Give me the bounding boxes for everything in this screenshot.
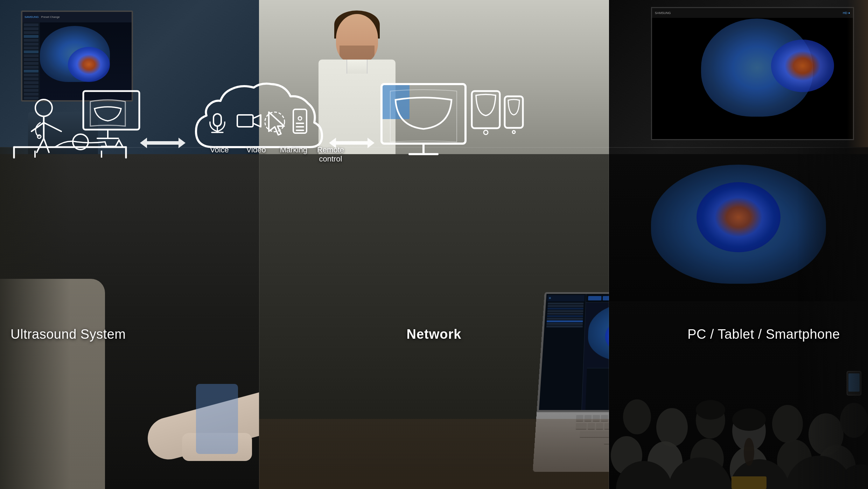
main-scene: SAMSUNG Preset Change [0,0,868,489]
divider-horizontal [0,147,868,148]
table-surface [259,419,609,489]
divider-vertical-right [608,0,609,489]
svg-point-18 [696,400,725,420]
bg-right-top: SAMSUNG HD ● [609,0,868,154]
left-monitor: SAMSUNG Preset Change [21,11,133,102]
laptop-screen: ☰ [537,292,609,412]
right-monitor: SAMSUNG HD ● [651,7,854,140]
bg-center-top [259,0,609,154]
svg-point-20 [744,438,754,466]
sleeve [196,384,238,454]
bg-left-top: SAMSUNG Preset Change [0,0,259,154]
color-doppler-right [771,40,834,92]
svg-point-19 [732,408,766,431]
svg-rect-21 [732,476,766,489]
projected-color-doppler [696,182,780,252]
folder [382,84,410,119]
svg-point-1 [656,408,688,447]
ultrasound-image-left [40,26,110,82]
monitor-right-info-text: SAMSUNG [655,11,671,15]
person-head [336,14,378,63]
bg-center-bottom: ☰ [259,154,609,489]
color-doppler-left [68,47,110,82]
ultrasound-image-right [701,19,813,117]
divider-vertical-left [259,0,260,489]
svg-point-0 [623,399,651,434]
blend-left [0,147,70,489]
blend-right [798,147,868,489]
laptop-controls [586,368,609,410]
laptop-ultrasound [587,303,609,361]
